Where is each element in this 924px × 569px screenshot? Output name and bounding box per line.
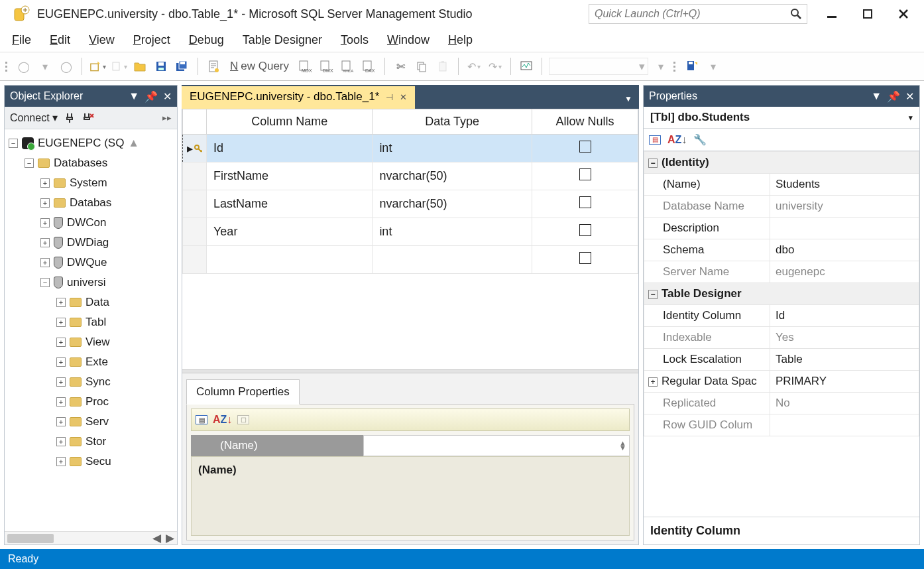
prop-category[interactable]: −Table Designer: [644, 283, 919, 305]
tb-misc2[interactable]: ▾: [705, 58, 722, 75]
close-button[interactable]: [895, 9, 912, 19]
panel-dropdown-icon[interactable]: ▼: [871, 90, 882, 102]
tree-item[interactable]: +Stor: [9, 432, 177, 452]
grid-row[interactable]: Year int: [183, 218, 638, 246]
cell-column-name[interactable]: Year: [207, 218, 373, 246]
tree-databases-node[interactable]: − Databases: [9, 153, 177, 173]
quick-launch-box[interactable]: [589, 4, 807, 24]
tree-item[interactable]: +System: [9, 173, 177, 193]
paste-button[interactable]: [434, 58, 451, 75]
tree-item[interactable]: +Exte: [9, 352, 177, 372]
cell-column-name[interactable]: Id: [207, 135, 373, 162]
expand-icon[interactable]: +: [56, 397, 66, 407]
tree-item[interactable]: +Tabl: [9, 312, 177, 332]
cell-allow-nulls[interactable]: [532, 218, 638, 246]
spinner-icon[interactable]: ▲▼: [619, 441, 626, 450]
cell-data-type[interactable]: nvarchar(50): [373, 190, 532, 218]
cell-column-name[interactable]: [207, 246, 373, 274]
query-xmla-button[interactable]: XMLA: [339, 58, 357, 75]
cell-column-name[interactable]: LastName: [207, 190, 373, 218]
expand-icon[interactable]: +: [56, 377, 66, 387]
cell-allow-nulls[interactable]: [532, 135, 638, 162]
properties-object-selector[interactable]: [Tbl] dbo.Students ▾: [644, 107, 919, 129]
expand-icon[interactable]: +: [56, 437, 66, 446]
checkbox-icon[interactable]: [579, 141, 591, 153]
grid-row[interactable]: FirstName nvarchar(50): [183, 162, 638, 190]
menu-edit[interactable]: Edit: [50, 33, 70, 47]
prop-row[interactable]: (Name)Students: [644, 174, 919, 196]
grid-row-empty[interactable]: [183, 246, 638, 274]
tree-item[interactable]: +Data: [9, 292, 177, 312]
expand-icon[interactable]: +: [40, 258, 50, 267]
undo-button[interactable]: ↶: [465, 58, 483, 75]
cell-column-name[interactable]: FirstName: [207, 162, 373, 190]
save-button[interactable]: [152, 58, 170, 75]
tree-item[interactable]: +Databas: [9, 193, 177, 213]
panel-dropdown-icon[interactable]: ▼: [129, 90, 139, 102]
nav-fwd-button[interactable]: ◯: [58, 58, 75, 75]
tree-h-scrollbar[interactable]: ◀▶: [5, 531, 177, 544]
menu-file[interactable]: File: [12, 33, 31, 47]
toolbar-grip2-icon[interactable]: [673, 62, 675, 72]
checkbox-icon[interactable]: [579, 196, 591, 208]
categorized-icon[interactable]: ▤: [196, 415, 207, 424]
col-header-type[interactable]: Data Type: [373, 109, 532, 135]
toolbar-grip-icon[interactable]: [5, 62, 7, 72]
properties-grid[interactable]: −(Identity) (Name)Students Database Name…: [644, 151, 919, 517]
query-dax-button[interactable]: DAX: [361, 58, 378, 75]
tab-overflow-icon[interactable]: ▼: [624, 94, 639, 109]
prop-row[interactable]: Description: [644, 218, 919, 239]
prop-row[interactable]: Lock EscalationTable: [644, 349, 919, 371]
new-item-button[interactable]: [110, 58, 127, 75]
prop-row[interactable]: Identity ColumnId: [644, 305, 919, 327]
col-header-nulls[interactable]: Allow Nulls: [532, 109, 638, 135]
prop-row[interactable]: Schemadbo: [644, 239, 919, 261]
new-project-button[interactable]: [89, 58, 106, 75]
pin-tab-icon[interactable]: ⊣: [386, 92, 393, 102]
menu-tools[interactable]: Tools: [341, 33, 369, 47]
expand-icon[interactable]: +: [56, 417, 66, 426]
pin-icon[interactable]: 📌: [144, 90, 158, 103]
prop-row[interactable]: ReplicatedNo: [644, 393, 919, 414]
tree-item[interactable]: +Secu: [9, 452, 177, 472]
row-selector[interactable]: [183, 162, 207, 190]
database-combo[interactable]: ▾: [549, 58, 648, 75]
panel-close-icon[interactable]: ✕: [905, 90, 914, 103]
row-selector[interactable]: ▸: [183, 135, 207, 162]
quick-launch-input[interactable]: [589, 5, 807, 23]
query-mdx-button[interactable]: MDX: [297, 58, 314, 75]
cell-data-type[interactable]: int: [373, 135, 532, 162]
generate-script-button[interactable]: [683, 58, 701, 75]
tree-server-node[interactable]: − EUGENEPC (SQ ▲: [9, 133, 177, 153]
collapse-icon[interactable]: −: [25, 158, 34, 168]
tb-misc1[interactable]: ▾: [652, 58, 669, 75]
menu-view[interactable]: View: [89, 33, 115, 47]
expand-icon[interactable]: +: [56, 318, 66, 327]
categorized-icon[interactable]: ▤: [649, 135, 661, 145]
close-tab-icon[interactable]: ✕: [400, 92, 407, 102]
collapse-icon[interactable]: −: [40, 278, 50, 287]
expand-icon[interactable]: +: [40, 198, 50, 208]
tree-item[interactable]: +DWCon: [9, 213, 177, 233]
wrench-icon[interactable]: 🔧: [693, 133, 707, 146]
tree-item[interactable]: +View: [9, 332, 177, 352]
tree-item[interactable]: +Serv: [9, 412, 177, 432]
pg-value[interactable]: Id▲▼: [363, 435, 630, 456]
prop-row[interactable]: +Regular Data SpacPRIMARY: [644, 371, 919, 393]
prop-row[interactable]: Server Nameeugenepc: [644, 261, 919, 283]
cell-data-type[interactable]: [373, 246, 532, 274]
save-all-button[interactable]: [174, 58, 191, 75]
explorer-overflow-icon[interactable]: ▸▸: [162, 113, 172, 123]
tree-item[interactable]: +Proc: [9, 392, 177, 412]
row-selector[interactable]: [183, 218, 207, 246]
cell-allow-nulls[interactable]: [532, 246, 638, 274]
cell-data-type[interactable]: int: [373, 218, 532, 246]
expand-icon[interactable]: +: [40, 218, 50, 227]
checkbox-icon[interactable]: [579, 252, 591, 264]
alphabetical-icon[interactable]: AZ↓: [213, 414, 232, 426]
expand-icon[interactable]: +: [40, 238, 50, 247]
row-selector[interactable]: [183, 246, 207, 274]
query-dmx-button[interactable]: DMX: [318, 58, 335, 75]
disconnect-icon[interactable]: [82, 112, 95, 124]
expand-icon[interactable]: +: [56, 457, 66, 466]
